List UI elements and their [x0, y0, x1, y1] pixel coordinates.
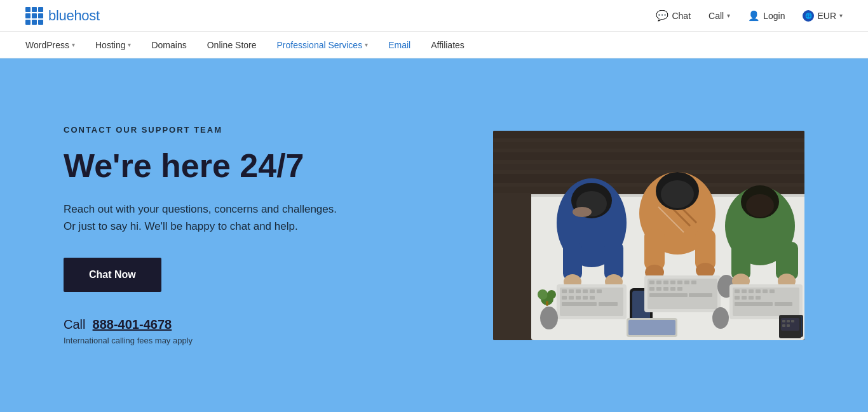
svg-rect-50 — [670, 281, 675, 284]
svg-rect-31 — [599, 302, 618, 306]
svg-rect-20 — [569, 289, 574, 293]
svg-rect-19 — [562, 289, 567, 293]
call-note: International calling fees may apply — [64, 336, 455, 345]
svg-rect-95 — [787, 320, 790, 322]
svg-rect-58 — [677, 287, 682, 291]
professional-services-chevron-icon: ▾ — [365, 41, 368, 48]
svg-rect-53 — [691, 281, 696, 284]
nav-online-store[interactable]: Online Store — [207, 40, 257, 50]
nav-domains-label: Domains — [151, 40, 186, 50]
main-nav: WordPress ▾ Hosting ▾ Domains Online Sto… — [0, 32, 868, 58]
chat-now-button[interactable]: Chat Now — [64, 258, 161, 292]
svg-rect-52 — [684, 281, 689, 284]
logo[interactable]: bluehost — [25, 7, 100, 25]
svg-point-91 — [712, 307, 729, 329]
svg-rect-22 — [583, 289, 588, 293]
svg-rect-24 — [597, 289, 602, 293]
hero-eyebrow: CONTACT OUR SUPPORT TEAM — [64, 125, 455, 135]
svg-rect-51 — [677, 281, 682, 284]
nav-affiliates-label: Affiliates — [431, 40, 465, 50]
svg-rect-2 — [493, 142, 804, 149]
svg-rect-26 — [569, 296, 574, 300]
call-nav-item[interactable]: Call ▾ — [709, 11, 730, 21]
hero-title: We're here 24/7 — [64, 147, 455, 185]
currency-nav-item[interactable]: 🌐 EUR ▾ — [803, 10, 843, 22]
svg-rect-49 — [663, 281, 668, 284]
svg-rect-96 — [791, 320, 794, 322]
svg-rect-81 — [763, 289, 768, 293]
top-nav-right: 💬 Chat Call ▾ 👤 Login 🌐 EUR ▾ — [656, 10, 843, 22]
logo-text: bluehost — [48, 8, 100, 24]
login-label: Login — [763, 11, 785, 21]
call-prefix: Call — [64, 317, 85, 331]
svg-rect-67 — [628, 320, 675, 335]
svg-rect-98 — [787, 324, 790, 327]
person-icon: 👤 — [748, 10, 760, 22]
svg-rect-48 — [656, 281, 661, 284]
svg-rect-3 — [493, 152, 804, 160]
nav-wordpress[interactable]: WordPress ▾ — [25, 40, 75, 50]
nav-hosting[interactable]: Hosting ▾ — [95, 40, 131, 50]
nav-email[interactable]: Email — [388, 40, 410, 50]
wordpress-chevron-icon: ▾ — [72, 41, 75, 48]
chat-nav-item[interactable]: 💬 Chat — [656, 10, 691, 22]
nav-wordpress-label: WordPress — [25, 40, 69, 50]
nav-professional-services[interactable]: Professional Services ▾ — [277, 40, 369, 50]
logo-grid-icon — [25, 7, 43, 25]
svg-rect-4 — [493, 164, 804, 170]
svg-rect-28 — [583, 296, 588, 300]
call-label: Call — [709, 11, 724, 21]
login-nav-item[interactable]: 👤 Login — [748, 10, 785, 22]
svg-rect-87 — [735, 302, 773, 306]
svg-rect-86 — [756, 296, 761, 300]
svg-rect-30 — [562, 302, 597, 306]
svg-rect-82 — [770, 289, 775, 293]
nav-domains[interactable]: Domains — [151, 40, 186, 50]
svg-rect-97 — [782, 324, 785, 327]
svg-rect-57 — [670, 287, 675, 291]
nav-online-store-label: Online Store — [207, 40, 257, 50]
call-text: Call 888-401-4678 — [64, 317, 455, 332]
hero-subtitle: Reach out with your questions, concerns … — [64, 201, 455, 235]
svg-rect-85 — [749, 296, 754, 300]
svg-rect-77 — [735, 289, 740, 293]
svg-rect-39 — [644, 229, 665, 270]
svg-rect-55 — [656, 287, 661, 291]
svg-rect-78 — [742, 289, 747, 293]
svg-point-16 — [573, 207, 592, 217]
svg-rect-84 — [742, 296, 747, 300]
top-bar: bluehost 💬 Chat Call ▾ 👤 Login 🌐 EUR ▾ — [0, 0, 868, 32]
svg-rect-47 — [649, 281, 654, 284]
svg-rect-60 — [689, 293, 712, 297]
chat-label: Chat — [672, 11, 691, 21]
call-chevron-icon: ▾ — [727, 12, 730, 19]
hero-subtitle-line2: Or just to say hi. We'll be happy to cha… — [64, 220, 298, 232]
svg-rect-94 — [782, 320, 785, 322]
svg-rect-25 — [562, 296, 567, 300]
svg-rect-56 — [663, 287, 668, 291]
svg-rect-80 — [756, 289, 761, 293]
nav-hosting-label: Hosting — [95, 40, 125, 50]
currency-label: EUR — [817, 11, 836, 21]
svg-point-63 — [538, 289, 548, 300]
svg-rect-88 — [775, 302, 792, 306]
desk-scene-svg — [493, 131, 804, 340]
phone-number-link[interactable]: 888-401-4678 — [93, 317, 172, 331]
currency-globe-icon: 🌐 — [803, 10, 814, 22]
svg-point-64 — [547, 290, 556, 299]
call-section: Call 888-401-4678 International calling … — [64, 317, 455, 345]
hero-subtitle-line1: Reach out with your questions, concerns … — [64, 203, 337, 215]
svg-rect-79 — [749, 289, 754, 293]
hosting-chevron-icon: ▾ — [128, 41, 131, 48]
svg-rect-65 — [546, 301, 548, 306]
svg-rect-29 — [590, 296, 595, 300]
nav-affiliates[interactable]: Affiliates — [431, 40, 465, 50]
svg-point-34 — [540, 307, 558, 329]
support-team-image — [493, 131, 804, 340]
currency-chevron-icon: ▾ — [839, 12, 843, 19]
svg-rect-27 — [576, 296, 581, 300]
svg-point-74 — [746, 194, 774, 217]
nav-professional-services-label: Professional Services — [277, 40, 363, 50]
nav-email-label: Email — [388, 40, 410, 50]
hero-section: CONTACT OUR SUPPORT TEAM We're here 24/7… — [0, 58, 868, 412]
